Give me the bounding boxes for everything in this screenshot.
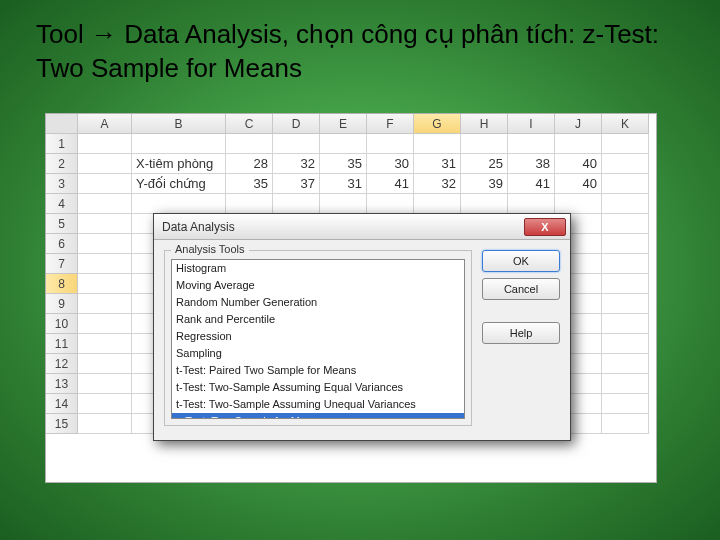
row-header[interactable]: 14 (46, 394, 78, 414)
cell[interactable] (78, 294, 132, 314)
column-header[interactable]: K (602, 114, 649, 134)
cell[interactable] (367, 134, 414, 154)
cell[interactable] (602, 334, 649, 354)
list-item[interactable]: Histogram (172, 260, 464, 277)
analysis-tools-listbox[interactable]: HistogramMoving AverageRandom Number Gen… (171, 259, 465, 419)
cell[interactable] (78, 314, 132, 334)
list-item[interactable]: Rank and Percentile (172, 311, 464, 328)
cell[interactable]: 32 (273, 154, 320, 174)
column-header[interactable]: F (367, 114, 414, 134)
list-item[interactable]: t-Test: Two-Sample Assuming Equal Varian… (172, 379, 464, 396)
cell[interactable]: 31 (320, 174, 367, 194)
ok-button[interactable]: OK (482, 250, 560, 272)
cell[interactable]: 41 (367, 174, 414, 194)
cell[interactable]: 35 (226, 174, 273, 194)
list-item[interactable]: Moving Average (172, 277, 464, 294)
cell[interactable] (508, 194, 555, 214)
cell[interactable]: 40 (555, 154, 602, 174)
dialog-titlebar[interactable]: Data Analysis X (154, 214, 570, 240)
cell[interactable] (78, 234, 132, 254)
cell[interactable] (320, 194, 367, 214)
cell[interactable]: 39 (461, 174, 508, 194)
cell[interactable] (508, 134, 555, 154)
cell[interactable] (602, 294, 649, 314)
cell[interactable]: 41 (508, 174, 555, 194)
row-header[interactable]: 11 (46, 334, 78, 354)
cell[interactable] (78, 334, 132, 354)
cell[interactable] (414, 194, 461, 214)
row-header[interactable]: 15 (46, 414, 78, 434)
cell[interactable]: 25 (461, 154, 508, 174)
list-item[interactable]: Random Number Generation (172, 294, 464, 311)
column-header[interactable]: D (273, 114, 320, 134)
cell[interactable]: 28 (226, 154, 273, 174)
cell[interactable] (602, 174, 649, 194)
cell[interactable] (367, 194, 414, 214)
row-header[interactable]: 10 (46, 314, 78, 334)
cell[interactable] (226, 194, 273, 214)
row-header[interactable]: 5 (46, 214, 78, 234)
column-header[interactable]: E (320, 114, 367, 134)
row-header[interactable]: 12 (46, 354, 78, 374)
cell[interactable]: 40 (555, 174, 602, 194)
column-header[interactable]: I (508, 114, 555, 134)
cell[interactable]: Y-đối chứng (132, 174, 226, 194)
cell[interactable] (602, 354, 649, 374)
close-button[interactable]: X (524, 218, 566, 236)
cell[interactable] (320, 134, 367, 154)
list-item[interactable]: Regression (172, 328, 464, 345)
column-header[interactable]: C (226, 114, 273, 134)
list-item[interactable]: z-Test: Two Sample for Means (172, 413, 464, 419)
cell[interactable]: 37 (273, 174, 320, 194)
list-item[interactable]: t-Test: Two-Sample Assuming Unequal Vari… (172, 396, 464, 413)
cell[interactable] (602, 414, 649, 434)
cell[interactable] (273, 194, 320, 214)
column-header[interactable]: G (414, 114, 461, 134)
cell[interactable] (78, 214, 132, 234)
cell[interactable] (132, 194, 226, 214)
cell[interactable] (602, 274, 649, 294)
cell[interactable] (602, 134, 649, 154)
cell[interactable] (555, 134, 602, 154)
row-header[interactable]: 6 (46, 234, 78, 254)
cell[interactable] (602, 394, 649, 414)
cell[interactable] (78, 174, 132, 194)
cell[interactable] (273, 134, 320, 154)
cell[interactable]: 38 (508, 154, 555, 174)
column-header[interactable]: J (555, 114, 602, 134)
cell[interactable] (602, 194, 649, 214)
row-header[interactable]: 2 (46, 154, 78, 174)
cell[interactable] (602, 314, 649, 334)
cell[interactable] (78, 354, 132, 374)
row-header[interactable]: 8 (46, 274, 78, 294)
cell[interactable]: 32 (414, 174, 461, 194)
cancel-button[interactable]: Cancel (482, 278, 560, 300)
help-button[interactable]: Help (482, 322, 560, 344)
cell[interactable] (226, 134, 273, 154)
cell[interactable] (78, 154, 132, 174)
row-header[interactable]: 4 (46, 194, 78, 214)
column-header[interactable]: A (78, 114, 132, 134)
cell[interactable] (602, 374, 649, 394)
cell[interactable]: 35 (320, 154, 367, 174)
select-all-corner[interactable] (46, 114, 78, 134)
list-item[interactable]: Sampling (172, 345, 464, 362)
cell[interactable] (414, 134, 461, 154)
cell[interactable] (602, 214, 649, 234)
row-header[interactable]: 3 (46, 174, 78, 194)
row-header[interactable]: 13 (46, 374, 78, 394)
cell[interactable]: 30 (367, 154, 414, 174)
cell[interactable] (555, 194, 602, 214)
row-header[interactable]: 9 (46, 294, 78, 314)
cell[interactable] (78, 394, 132, 414)
cell[interactable] (78, 134, 132, 154)
cell[interactable]: 31 (414, 154, 461, 174)
cell[interactable] (78, 374, 132, 394)
cell[interactable] (78, 254, 132, 274)
cell[interactable] (132, 134, 226, 154)
cell[interactable] (461, 194, 508, 214)
column-header[interactable]: B (132, 114, 226, 134)
cell[interactable] (602, 154, 649, 174)
cell[interactable]: X-tiêm phòng (132, 154, 226, 174)
list-item[interactable]: t-Test: Paired Two Sample for Means (172, 362, 464, 379)
